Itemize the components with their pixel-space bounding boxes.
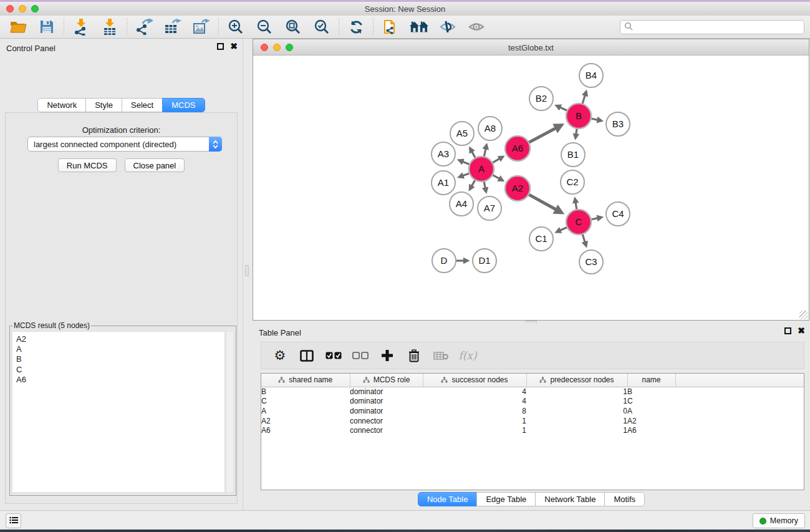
select-all-icon[interactable] (325, 347, 342, 364)
table-cell[interactable]: 1 (423, 426, 526, 436)
graph-edge-A-A8[interactable] (484, 145, 486, 157)
graph-edge-C-C2[interactable] (575, 198, 577, 210)
tab-edge-table[interactable]: Edge Table (476, 492, 536, 506)
mcds-result-item[interactable]: B (16, 354, 224, 364)
deselect-all-icon[interactable] (352, 347, 369, 364)
settings-gear-icon[interactable]: ⚙ (272, 347, 288, 364)
graph-edge-C-C1[interactable] (556, 227, 567, 232)
graph-edge-A-A6[interactable] (492, 157, 503, 163)
delete-table-icon[interactable] (433, 347, 449, 364)
mcds-result-list[interactable]: A2ABCA6 (12, 331, 225, 493)
column-header-shared-name[interactable]: shared name (261, 374, 350, 387)
table-cell[interactable]: dominator (350, 407, 423, 417)
add-column-icon[interactable] (379, 347, 395, 364)
graph-edge-A-A2[interactable] (493, 175, 503, 180)
column-header-predecessor-nodes[interactable]: predecessor nodes (526, 374, 627, 387)
show-panels-button[interactable] (6, 513, 21, 528)
delete-column-icon[interactable] (406, 347, 422, 364)
table-cell[interactable]: 1 (423, 417, 526, 427)
float-table-panel-icon[interactable] (784, 327, 791, 334)
graph-edge-B-B1[interactable] (576, 128, 577, 138)
close-panel-icon[interactable]: ✖ (230, 43, 238, 50)
table-cell[interactable]: dominator (350, 397, 423, 407)
mcds-result-item[interactable]: A (16, 344, 224, 354)
table-cell[interactable]: A2 (261, 417, 350, 427)
criterion-dropdown[interactable]: largest connected component (directed) (27, 137, 222, 152)
zoom-selected-icon[interactable] (312, 17, 331, 36)
float-panel-icon[interactable] (217, 43, 224, 50)
window-resize-grip[interactable] (799, 311, 808, 319)
table-cell[interactable]: 1 (526, 417, 627, 427)
table-row[interactable]: Cdominator41C (261, 397, 804, 407)
zoom-out-icon[interactable] (255, 17, 274, 36)
export-network-icon[interactable] (135, 17, 153, 36)
table-cell[interactable]: 8 (423, 407, 526, 417)
table-cell[interactable]: B (627, 387, 675, 397)
table-cell[interactable]: C (627, 397, 675, 407)
zoom-in-icon[interactable] (226, 17, 245, 36)
search-field[interactable] (620, 20, 804, 34)
run-mcds-button[interactable]: Run MCDS (58, 158, 117, 172)
tab-node-table[interactable]: Node Table (418, 492, 478, 506)
graph-edge-A-A1[interactable] (459, 173, 470, 177)
save-session-icon[interactable] (37, 17, 56, 36)
memory-button[interactable]: Memory (753, 513, 805, 528)
network-graph-canvas[interactable]: B4B2BB3A5A8A6A3B1AA1C2A2A4A7C4CC1DD1C3 (253, 56, 809, 320)
table-cell[interactable]: dominator (350, 387, 423, 397)
hide-details-icon[interactable] (438, 17, 457, 36)
table-cell[interactable]: 4 (423, 397, 526, 407)
graph-edge-B-B4[interactable] (582, 92, 586, 104)
home-layout-icon[interactable] (410, 17, 428, 36)
table-cell[interactable]: 1 (526, 387, 627, 397)
tab-motifs[interactable]: Motifs (604, 492, 645, 506)
column-header-name[interactable]: name (627, 374, 675, 387)
close-panel-button[interactable]: Close panel (125, 158, 185, 172)
mcds-result-item[interactable]: A2 (16, 334, 224, 344)
table-row[interactable]: A6connector11A6 (261, 426, 804, 436)
graph-edge-A6-B[interactable] (529, 125, 562, 143)
import-table-icon[interactable] (100, 17, 119, 36)
tab-mcds[interactable]: MCDS (162, 98, 205, 112)
tab-style[interactable]: Style (85, 98, 122, 112)
table-cell[interactable]: B (261, 387, 350, 397)
table-cell[interactable]: 0 (526, 407, 627, 417)
table-cell[interactable]: 4 (423, 387, 526, 397)
graph-edge-A2-C[interactable] (529, 195, 562, 213)
function-builder-icon[interactable]: f(x) (460, 347, 476, 364)
graph-edge-C-C4[interactable] (591, 217, 602, 220)
table-cell[interactable]: 1 (526, 426, 627, 436)
table-cell[interactable]: connector (350, 417, 423, 427)
table-cell[interactable]: A6 (261, 426, 350, 436)
table-row[interactable]: Bdominator41B (261, 387, 804, 397)
table-cell[interactable]: 1 (526, 397, 627, 407)
column-header-successor-nodes[interactable]: successor nodes (423, 374, 526, 387)
table-header-row[interactable]: shared nameMCDS rolesuccessor nodesprede… (261, 374, 804, 387)
open-file-icon[interactable] (9, 17, 27, 36)
import-network-icon[interactable] (72, 17, 90, 36)
refresh-icon[interactable] (347, 17, 365, 36)
table-cell[interactable]: A (261, 407, 350, 417)
graph-edge-A-A5[interactable] (470, 148, 476, 158)
new-network-from-file-icon[interactable] (381, 17, 400, 36)
export-image-icon[interactable] (192, 17, 211, 36)
graph-edge-A-A3[interactable] (459, 160, 470, 165)
tab-network[interactable]: Network (37, 98, 86, 112)
table-row[interactable]: Adominator80A (261, 407, 804, 417)
table-cell[interactable]: connector (350, 426, 423, 436)
table-cell[interactable]: A6 (627, 426, 675, 436)
table-cell[interactable]: A2 (627, 417, 675, 427)
graph-edge-B-B3[interactable] (591, 118, 602, 121)
graph-edge-A-A7[interactable] (484, 181, 486, 192)
graph-edge-B-B2[interactable] (556, 105, 567, 110)
close-table-panel-icon[interactable]: ✖ (798, 327, 805, 334)
result-list-scrollbar[interactable] (226, 331, 234, 493)
mcds-result-item[interactable]: A6 (16, 375, 224, 385)
graph-edge-A-A4[interactable] (470, 180, 475, 189)
graph-edge-C-C3[interactable] (582, 234, 586, 246)
network-window-titlebar[interactable]: testGlobe.txt (253, 39, 809, 56)
tab-select[interactable]: Select (122, 98, 163, 112)
zoom-fit-icon[interactable] (284, 17, 302, 36)
table-cell[interactable]: A (627, 407, 675, 417)
show-details-icon[interactable] (467, 17, 486, 36)
export-table-icon[interactable] (163, 17, 182, 36)
